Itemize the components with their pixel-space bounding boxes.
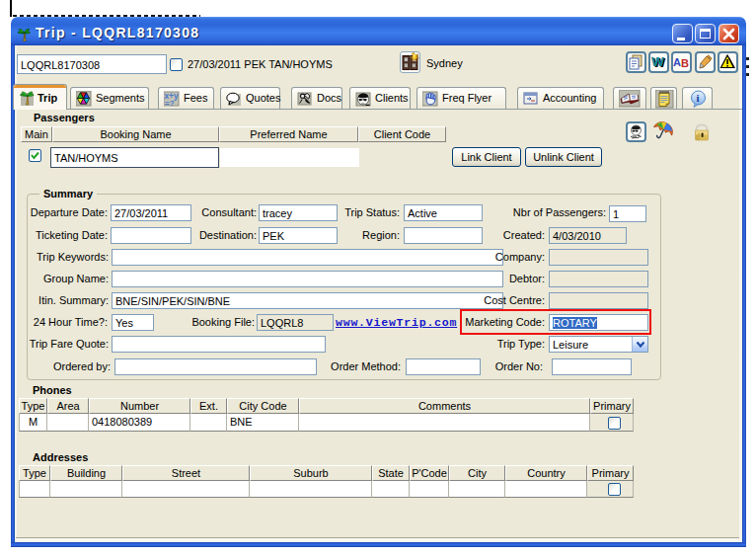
svg-text:=?: =? xyxy=(165,99,175,107)
svg-text:B: B xyxy=(681,57,689,69)
svg-text:W: W xyxy=(652,54,665,69)
svg-text:i: i xyxy=(697,92,700,104)
svg-text:A: A xyxy=(673,56,681,68)
